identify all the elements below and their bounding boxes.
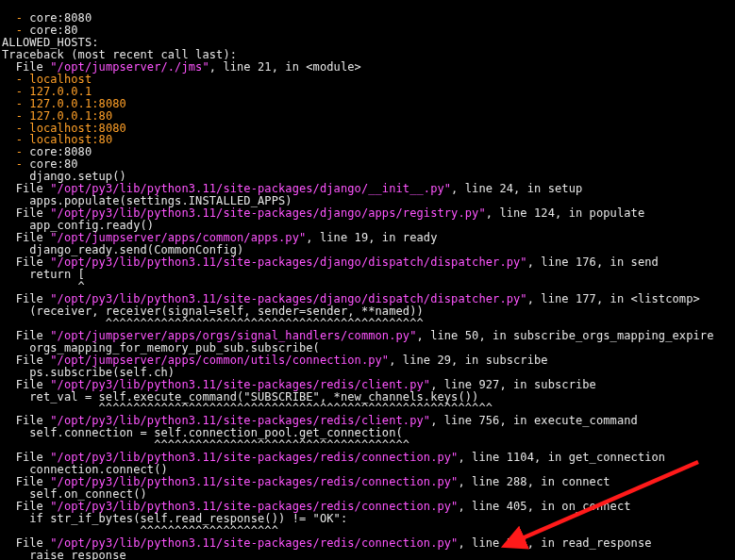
line: - core:80	[2, 24, 78, 37]
file-path: "/opt/jumpserver/apps/common/apps.py"	[50, 231, 306, 244]
list-value: core:8080	[29, 11, 92, 25]
traceback-frame: File "/opt/py3/lib/python3.11/site-packa…	[2, 292, 700, 305]
file-path: "/opt/jumpserver/apps/orgs/signal_handle…	[50, 329, 416, 342]
file-path: "/opt/jumpserver/./jms"	[50, 60, 209, 74]
caret-line: ^^^^^^^^^^^^^^^^^^^^^^^^^^^^^^^^^^^^^^^^…	[2, 317, 424, 330]
code-line: connection.connect()	[2, 463, 168, 476]
list-value: 127.0.0.1:8080	[29, 97, 126, 110]
traceback-frame: File "/opt/jumpserver/./jms", line 21, i…	[2, 60, 361, 74]
file-path: "/opt/py3/lib/python3.11/site-packages/r…	[50, 500, 458, 513]
file-path: "/opt/py3/lib/python3.11/site-packages/r…	[50, 414, 430, 427]
line: - localhost	[2, 73, 92, 86]
list-value: 127.0.0.1:80	[29, 109, 112, 123]
file-path: "/opt/py3/lib/python3.11/site-packages/r…	[50, 536, 458, 550]
list-value: core:8080	[29, 145, 92, 158]
code-line: apps.populate(settings.INSTALLED_APPS)	[2, 194, 292, 207]
traceback-frame: File "/opt/jumpserver/apps/orgs/signal_h…	[2, 329, 713, 342]
terminal-output: - core:8080 - core:80 ALLOWED_HOSTS: Tra…	[0, 0, 735, 560]
list-value: localhost:8080	[29, 122, 126, 135]
file-path: "/opt/py3/lib/python3.11/site-packages/r…	[50, 378, 430, 391]
line: - core:8080	[2, 11, 92, 25]
line: - core:80	[2, 157, 78, 171]
traceback-frame: File "/opt/py3/lib/python3.11/site-packa…	[2, 378, 596, 391]
list-value: localhost	[29, 73, 92, 86]
list-value: core:80	[29, 157, 77, 171]
code-line: django_ready.send(CommonConfig)	[2, 243, 243, 256]
traceback-frame: File "/opt/jumpserver/apps/common/utils/…	[2, 354, 548, 367]
line: - core:8080	[2, 145, 92, 158]
caret-line: ^^^^^^^^^^^^^^^^^^^^^^^^^^^^^^^^^^^^^^^^…	[2, 402, 493, 415]
line: - localhost:8080	[2, 122, 126, 135]
line: - 127.0.0.1:80	[2, 109, 112, 123]
code-line: (receiver, receiver(signal=self, sender=…	[2, 305, 424, 318]
code-line: ps.subscribe(self.ch)	[2, 366, 175, 379]
code-line: self.on_connect()	[2, 487, 147, 501]
code-line: app_config.ready()	[2, 219, 154, 232]
code-line: self.connection = self.connection_pool.g…	[2, 426, 403, 439]
list-bullet: -	[2, 73, 29, 86]
code-line: django.setup()	[2, 170, 126, 183]
caret-line: ^^^^^^^^^^^^^^^^^^^^^^^^^^^^^^^^^^^^^	[2, 438, 409, 452]
traceback-frame: File "/opt/py3/lib/python3.11/site-packa…	[2, 451, 665, 464]
file-path: "/opt/py3/lib/python3.11/site-packages/d…	[50, 182, 451, 195]
list-value: localhost:80	[29, 133, 112, 146]
list-value: core:80	[29, 24, 77, 37]
file-path: "/opt/py3/lib/python3.11/site-packages/r…	[50, 475, 458, 488]
list-bullet: -	[2, 24, 29, 37]
traceback-header: Traceback (most recent call last):	[2, 48, 237, 61]
code-line: return [	[2, 268, 85, 281]
list-bullet: -	[2, 145, 29, 158]
traceback-frame: File "/opt/py3/lib/python3.11/site-packa…	[2, 255, 659, 269]
line: ALLOWED_HOSTS:	[2, 36, 99, 49]
code-line: raise response	[2, 549, 126, 560]
file-path: "/opt/py3/lib/python3.11/site-packages/d…	[50, 255, 526, 269]
traceback-frame: File "/opt/py3/lib/python3.11/site-packa…	[2, 206, 644, 220]
list-bullet: -	[2, 85, 29, 98]
traceback-frame: File "/opt/py3/lib/python3.11/site-packa…	[2, 414, 638, 427]
list-bullet: -	[2, 133, 29, 146]
code-line: ret_val = self.execute_command("SUBSCRIB…	[2, 390, 478, 404]
file-path: "/opt/py3/lib/python3.11/site-packages/d…	[50, 206, 485, 220]
caret-line: ^^^^^^^^^^^^^^^^^^^^	[2, 524, 278, 537]
code-line: orgs_mapping_for_memory_pub_sub.subscrib…	[2, 341, 320, 354]
list-bullet: -	[2, 109, 29, 123]
file-path: "/opt/py3/lib/python3.11/site-packages/r…	[50, 451, 458, 464]
line: - localhost:80	[2, 133, 112, 146]
code-line: if str_if_bytes(self.read_response()) !=…	[2, 512, 347, 525]
file-path: "/opt/jumpserver/apps/common/utils/conne…	[50, 354, 389, 367]
traceback-frame: File "/opt/py3/lib/python3.11/site-packa…	[2, 182, 582, 195]
list-bullet: -	[2, 122, 29, 135]
list-bullet: -	[2, 157, 29, 171]
list-value: 127.0.0.1	[29, 85, 92, 98]
file-path: "/opt/py3/lib/python3.11/site-packages/d…	[50, 292, 526, 305]
traceback-frame: File "/opt/jumpserver/apps/common/apps.p…	[2, 231, 437, 244]
traceback-frame: File "/opt/py3/lib/python3.11/site-packa…	[2, 475, 610, 488]
line: - 127.0.0.1	[2, 85, 92, 98]
caret-line: ^	[2, 280, 85, 293]
line: - 127.0.0.1:8080	[2, 97, 126, 110]
traceback-frame: File "/opt/py3/lib/python3.11/site-packa…	[2, 536, 652, 550]
list-bullet: -	[2, 97, 29, 110]
traceback-frame: File "/opt/py3/lib/python3.11/site-packa…	[2, 500, 631, 513]
list-bullet: -	[2, 11, 29, 25]
